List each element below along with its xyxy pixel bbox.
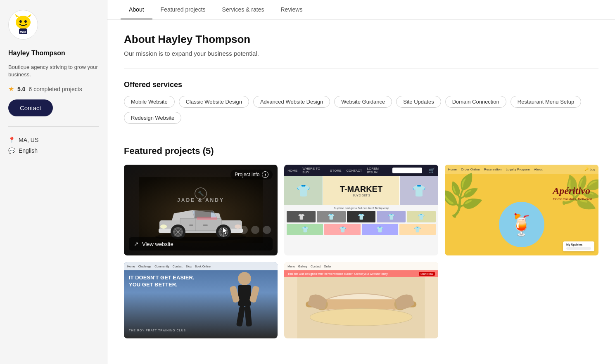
tag-domain-connection[interactable]: Domain Connection xyxy=(445,96,506,108)
tmarket-buy-text: BUY 2 GET 3 xyxy=(340,194,382,197)
project-info-badge[interactable]: Project info i xyxy=(230,170,273,180)
tshirt-row-2: 👕 👕 👕 👕 xyxy=(287,224,435,235)
social-icon-3 xyxy=(263,226,271,234)
fitness-nav-community: Community xyxy=(154,265,169,268)
location-icon: 📍 xyxy=(8,137,15,143)
aperitivo-title-block: Apéritivo Finest Cocktails, Delivered xyxy=(553,185,592,201)
svg-point-2 xyxy=(24,20,27,23)
svg-point-3 xyxy=(21,21,21,21)
fitness-header: Home Challenge Community Contact Blog Bo… xyxy=(124,262,278,270)
project-card-tmarket[interactable]: HOME WHERE TO BUY STORE CONTACT LOREM IP… xyxy=(284,165,438,255)
fitness-nav-contact: Contact xyxy=(173,265,183,268)
fitness-nav-challenge: Challenge xyxy=(138,265,152,268)
social-icon-1 xyxy=(240,226,248,234)
view-website-bar[interactable]: ↗ View website xyxy=(129,237,273,251)
svg-marker-6 xyxy=(27,14,31,17)
project-card-empty xyxy=(445,262,598,338)
shirt-5: 👕 xyxy=(407,211,436,222)
fitness-club-name: THE ROY PRATT TRAINING CLUB xyxy=(129,329,186,332)
food-nav-1: Menu xyxy=(287,265,295,268)
tag-advanced-website[interactable]: Advanced Website Design xyxy=(253,96,330,108)
tmarket-search-bar xyxy=(392,168,422,173)
social-icon-2 xyxy=(251,226,259,234)
food-nav-3: Contact xyxy=(311,265,321,268)
updates-label: My Updates xyxy=(566,243,591,246)
tag-restaurant-menu[interactable]: Restaurant Menu Setup xyxy=(511,96,581,108)
tmarket-nav-2: WHERE TO BUY xyxy=(302,167,325,174)
tag-site-updates[interactable]: Site Updates xyxy=(396,96,441,108)
svg-point-53 xyxy=(310,309,413,326)
services-tags: Mobile Website Classic Website Design Ad… xyxy=(124,96,598,124)
language-item: 💬 English xyxy=(8,147,99,154)
tmarket-nav-3: STORE xyxy=(330,169,341,173)
tmarket-title-box: T-MARKET BUY 2 GET 3 xyxy=(323,176,399,205)
star-icon: ★ xyxy=(8,85,14,93)
rating-score: 5.0 xyxy=(17,86,25,92)
language-icon: 💬 xyxy=(8,147,15,154)
rating-row: ★ 5.0 6 completed projects xyxy=(8,85,99,93)
food-nav-2: Gallery xyxy=(298,265,307,268)
tmarket-nav-5: LOREM IPSUM xyxy=(367,167,388,174)
nav-item-reviews[interactable]: Reviews xyxy=(272,0,311,19)
aperitivo-nav-log: 🔑 Log xyxy=(584,168,595,171)
svg-point-40 xyxy=(238,272,251,285)
fitness-nav-store: Book Online xyxy=(195,265,211,268)
svg-marker-5 xyxy=(15,14,19,17)
tmarket-header: HOME WHERE TO BUY STORE CONTACT LOREM IP… xyxy=(284,165,438,176)
shirt-3: 👕 xyxy=(347,211,376,222)
aperitivo-brand-sub: Finest Cocktails, Delivered xyxy=(553,197,592,201)
language-text: English xyxy=(19,147,38,154)
contact-button[interactable]: Contact xyxy=(8,99,53,116)
food-header: Menu Gallery Contact Order xyxy=(284,262,438,270)
project-card-fitness[interactable]: Home Challenge Community Contact Blog Bo… xyxy=(124,262,278,338)
sidebar-meta: 📍 MA, US 💬 English xyxy=(8,137,99,154)
food-announce-cta: Start Now xyxy=(419,272,435,276)
cart-icon: 🛒 xyxy=(429,168,435,173)
external-link-icon: ↗ xyxy=(134,241,139,247)
sidebar: WiX Hayley Thompson Boutique agency stri… xyxy=(0,0,107,364)
tag-redesign-website[interactable]: Redesign Website xyxy=(124,112,181,124)
tag-classic-website[interactable]: Classic Website Design xyxy=(179,96,249,108)
fitness-headline-2: YOU GET BETTER. xyxy=(129,281,194,288)
aperitivo-nav-about: About xyxy=(534,168,543,171)
project-card-food[interactable]: Menu Gallery Contact Order xyxy=(284,262,438,338)
aperitivo-nav-order: Order Online xyxy=(461,168,480,171)
food-nav-4: Order xyxy=(324,265,331,268)
sidebar-divider xyxy=(8,126,99,127)
offered-services-title: Offered services xyxy=(124,80,598,89)
top-nav: About Featured projects Services & rates… xyxy=(107,0,615,20)
projects-grid-top: JADE & ANDY 🔧 Project info i xyxy=(124,165,598,255)
tmarket-brand-title: T-MARKET xyxy=(340,184,382,194)
tag-mobile-website[interactable]: Mobile Website xyxy=(124,96,175,108)
shirt-2: 👕 xyxy=(317,211,346,222)
shirt-1: 👕 xyxy=(287,211,316,222)
shirt-4: 👕 xyxy=(377,211,406,222)
shirt-8: 👕 xyxy=(362,224,398,235)
section-divider-2 xyxy=(124,134,598,134)
svg-rect-45 xyxy=(245,305,252,326)
hero-shirt-blue: 👕 xyxy=(400,176,438,205)
nav-item-featured[interactable]: Featured projects xyxy=(152,0,214,19)
tmarket-nav-4: CONTACT xyxy=(347,169,362,173)
fitness-nav-blog: Blog xyxy=(186,265,192,268)
featured-projects-title: Featured projects (5) xyxy=(124,146,598,156)
tmarket-products: Buy two and get a 3rd one free! Today on… xyxy=(284,205,438,255)
svg-rect-44 xyxy=(236,305,245,327)
fitness-person xyxy=(220,270,269,338)
nav-item-services[interactable]: Services & rates xyxy=(214,0,273,19)
project-card-aperitivo[interactable]: Home Order Online Reservation Loyalty Pr… xyxy=(445,165,598,255)
main-content: About Featured projects Services & rates… xyxy=(107,0,615,364)
food-content xyxy=(284,270,438,338)
aperitivo-updates-card: My Updates xyxy=(563,241,594,251)
aperitivo-brand-name: Apéritivo xyxy=(553,185,592,196)
nav-item-about[interactable]: About xyxy=(121,0,152,19)
agency-logo: WiX xyxy=(8,10,38,40)
shirt-6: 👕 xyxy=(287,224,323,235)
tag-website-guidance[interactable]: Website Guidance xyxy=(334,96,392,108)
location-item: 📍 MA, US xyxy=(8,137,99,143)
svg-rect-48 xyxy=(322,299,401,310)
project-card-jade-andy[interactable]: JADE & ANDY 🔧 Project info i xyxy=(124,165,278,255)
tmarket-mockup: HOME WHERE TO BUY STORE CONTACT LOREM IP… xyxy=(284,165,438,255)
projects-grid-bottom: Home Challenge Community Contact Blog Bo… xyxy=(124,262,598,338)
hero-shirt-green: 👕 xyxy=(284,176,323,205)
